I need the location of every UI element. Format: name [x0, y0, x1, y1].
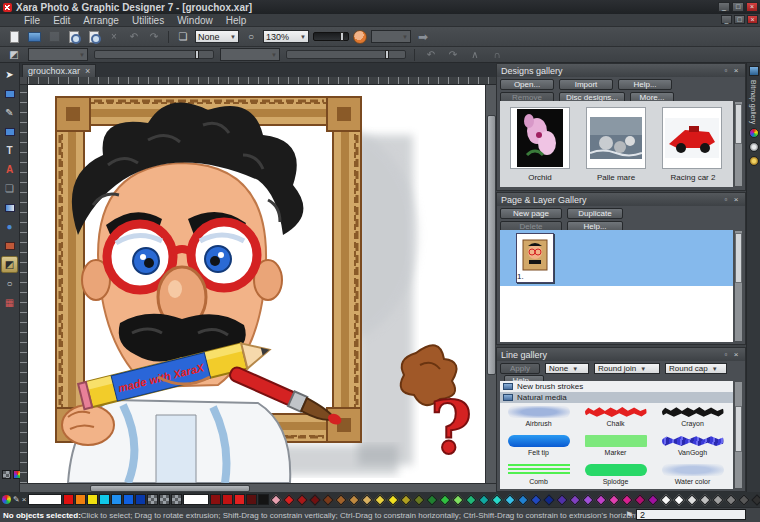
color-swatch[interactable]: [171, 494, 182, 505]
brush-vangogh[interactable]: VanGogh: [654, 432, 731, 461]
close-icon[interactable]: ×: [731, 66, 741, 75]
bevel-type-2-icon[interactable]: ↷: [445, 48, 461, 62]
color-swatch[interactable]: [492, 494, 503, 505]
zoom-tool-icon[interactable]: ○: [243, 30, 259, 44]
save-button[interactable]: [46, 30, 62, 44]
brush-felt-tip[interactable]: Felt tip: [500, 432, 577, 461]
designs-gallery-titlebar[interactable]: Designs gallery ▫ ×: [497, 64, 745, 77]
color-swatch[interactable]: [28, 494, 62, 505]
color-swatch[interactable]: [609, 494, 620, 505]
menu-window[interactable]: Window: [177, 15, 213, 26]
color-swatch[interactable]: [583, 494, 594, 505]
color-swatch[interactable]: [531, 494, 542, 505]
menu-edit[interactable]: Edit: [53, 15, 70, 26]
close-button[interactable]: ×: [746, 2, 758, 12]
minimize-button[interactable]: _: [718, 2, 730, 12]
color-picker-icon[interactable]: ✎: [13, 494, 20, 505]
color-swatch[interactable]: [222, 494, 233, 505]
extrude-tool[interactable]: ◩: [1, 256, 18, 273]
extrude-angle-icon[interactable]: ∧: [467, 48, 483, 62]
color-swatch[interactable]: [713, 494, 724, 505]
line-gallery-scrollbar[interactable]: [734, 381, 743, 489]
brush-water-color[interactable]: Water color: [654, 461, 731, 489]
extrude-depth-knob[interactable]: [195, 50, 199, 59]
line-gallery-titlebar[interactable]: Line gallery ▫ ×: [497, 348, 745, 361]
color-swatch[interactable]: [401, 494, 412, 505]
color-swatch[interactable]: [99, 494, 110, 505]
color-swatch[interactable]: [297, 494, 308, 505]
fill-gallery-tab-icon[interactable]: [749, 142, 759, 152]
color-swatch[interactable]: [726, 494, 737, 505]
maximize-button[interactable]: □: [732, 2, 744, 12]
color-swatch[interactable]: [440, 494, 451, 505]
color-swatch[interactable]: [479, 494, 490, 505]
line-width-combo[interactable]: None ▼: [195, 30, 239, 43]
brush-crayon[interactable]: Crayon: [654, 403, 731, 432]
color-swatch[interactable]: [63, 494, 74, 505]
color-swatch[interactable]: [596, 494, 607, 505]
next-page-arrow-icon[interactable]: ➡: [415, 30, 431, 44]
duplicate-page-button[interactable]: Duplicate: [567, 208, 623, 219]
cut-button[interactable]: ×: [106, 30, 122, 44]
join-style-combo[interactable]: Round join▼: [594, 363, 660, 374]
menu-arrange[interactable]: Arrange: [83, 15, 119, 26]
color-swatch[interactable]: [388, 494, 399, 505]
doc-restore-button[interactable]: □: [734, 15, 745, 24]
design-thumbnail-palle-mare[interactable]: [586, 107, 646, 169]
redo-button[interactable]: ↷: [146, 30, 162, 44]
page-row-selected[interactable]: 1.: [500, 230, 733, 286]
folder-new-brush-strokes[interactable]: New brush strokes: [500, 381, 733, 392]
color-swatch[interactable]: [284, 494, 295, 505]
close-icon[interactable]: ×: [731, 195, 741, 204]
design-thumbnail-orchid[interactable]: [510, 107, 570, 169]
color-swatch[interactable]: [427, 494, 438, 505]
line-style-combo[interactable]: None▼: [545, 363, 589, 374]
color-swatch[interactable]: [323, 494, 334, 505]
ellipse-tool[interactable]: ●: [1, 218, 18, 235]
canvas-horizontal-scrollbar[interactable]: [20, 483, 496, 492]
transparency-tool[interactable]: [1, 199, 18, 216]
page-layer-content[interactable]: 1.: [500, 230, 733, 342]
page-layer-scrollbar[interactable]: [734, 230, 743, 342]
color-swatch[interactable]: [147, 494, 158, 505]
color-swatch[interactable]: [87, 494, 98, 505]
folder-natural-media[interactable]: Natural media: [500, 392, 733, 403]
zoom-tool[interactable]: ○: [1, 275, 18, 292]
brush-chalk[interactable]: Chalk: [577, 403, 654, 432]
color-swatch[interactable]: [234, 494, 245, 505]
photo-enhance-icon[interactable]: [353, 30, 367, 44]
color-swatch[interactable]: [271, 494, 282, 505]
extrude-depth-slider[interactable]: [94, 50, 214, 59]
color-swatch[interactable]: [246, 494, 257, 505]
color-swatch[interactable]: [336, 494, 347, 505]
color-editor-icon[interactable]: [2, 494, 11, 505]
color-swatch[interactable]: [505, 494, 516, 505]
extrude-angle-knob[interactable]: [385, 50, 389, 59]
menu-help[interactable]: Help: [226, 15, 247, 26]
color-swatch[interactable]: [123, 494, 134, 505]
shape-editor-tool[interactable]: [1, 85, 18, 102]
mould-tool[interactable]: [1, 237, 18, 254]
designs-help-button[interactable]: Help...: [618, 79, 672, 90]
document-tab[interactable]: grouchox.xar ×: [22, 64, 96, 77]
frame-gallery-tab-icon[interactable]: [749, 156, 759, 166]
fill-tool[interactable]: A: [1, 161, 18, 178]
color-gallery-tab-icon[interactable]: [749, 128, 759, 138]
open-design-button[interactable]: Open...: [500, 79, 554, 90]
import-button[interactable]: [66, 30, 82, 44]
line-gallery-scroll-thumb[interactable]: [735, 406, 742, 452]
zoom-combo[interactable]: 130% ▼: [263, 30, 309, 43]
color-swatch[interactable]: [648, 494, 659, 505]
color-swatch[interactable]: [752, 494, 760, 505]
brush-marker[interactable]: Marker: [577, 432, 654, 461]
color-swatch[interactable]: [739, 494, 750, 505]
color-swatch[interactable]: [700, 494, 711, 505]
new-document-button[interactable]: [6, 30, 22, 44]
page-layer-titlebar[interactable]: Page & Layer Gallery ▫ ×: [497, 193, 745, 206]
canvas-vertical-scrollbar[interactable]: [485, 85, 496, 483]
shadow-tool[interactable]: ❏: [1, 180, 18, 197]
designs-scrollbar[interactable]: [734, 101, 743, 187]
pin-icon[interactable]: ▫: [721, 195, 731, 204]
menu-file[interactable]: File: [24, 15, 40, 26]
doc-minimize-button[interactable]: _: [721, 15, 732, 24]
